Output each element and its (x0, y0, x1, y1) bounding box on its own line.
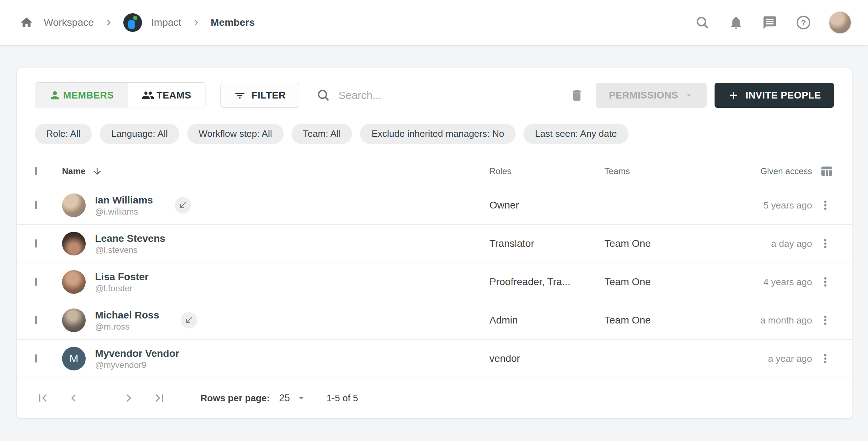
project-avatar[interactable] (123, 13, 142, 32)
member-name: Ian Williams (95, 194, 153, 206)
avatar (62, 308, 86, 332)
invite-people-label: INVITE PEOPLE (745, 90, 821, 101)
member-username: @myvendor9 (95, 360, 179, 370)
column-header-name[interactable]: Name (62, 166, 489, 177)
column-header-roles[interactable]: Roles (489, 166, 604, 176)
chevron-right-icon (103, 17, 114, 28)
last-page-icon[interactable] (152, 390, 167, 406)
svg-text:?: ? (801, 18, 806, 27)
search-input[interactable] (338, 89, 554, 101)
people-icon (142, 89, 155, 102)
trash-icon[interactable] (567, 86, 587, 105)
chip-exclude-inherited[interactable]: Exclude inherited managers: No (360, 124, 516, 144)
row-checkbox[interactable] (35, 316, 37, 324)
row-menu-kebab-icon[interactable] (817, 312, 834, 329)
breadcrumb-workspace[interactable]: Workspace (44, 17, 94, 28)
member-username: @l.stevens (95, 245, 165, 255)
top-bar: Workspace Impact Members ? (0, 0, 868, 45)
help-icon[interactable]: ? (796, 15, 811, 30)
chevron-left-icon[interactable] (66, 390, 81, 406)
pagination-bar: Rows per page: 25 1-5 of 5 (17, 378, 852, 418)
row-menu-kebab-icon[interactable] (817, 235, 834, 252)
member-teams: Team One (604, 238, 702, 249)
chat-icon[interactable] (762, 15, 778, 30)
avatar (62, 270, 86, 294)
row-menu-kebab-icon[interactable] (817, 350, 834, 367)
member-name: Myvendor Vendor (95, 347, 179, 360)
member-name: Leane Stevens (95, 232, 165, 245)
search-icon (316, 88, 331, 102)
toolbar: MEMBERS TEAMS FILTER PERMI (17, 68, 852, 108)
row-checkbox[interactable] (35, 354, 37, 363)
avatar (62, 232, 86, 255)
tab-teams-label: TEAMS (157, 90, 191, 101)
column-header-given-access[interactable]: Given access (702, 166, 812, 176)
search-icon[interactable] (694, 15, 710, 30)
tab-members-label: MEMBERS (63, 90, 114, 101)
table-row[interactable]: Michael Ross @m.ross Admin Team One a mo… (17, 301, 852, 340)
bell-icon[interactable] (728, 15, 744, 30)
member-roles: Translator (489, 238, 604, 249)
avatar (62, 193, 86, 217)
table-row[interactable]: M Myvendor Vendor @myvendor9 vendor a ye… (17, 340, 852, 378)
person-icon (49, 89, 61, 101)
row-checkbox[interactable] (35, 201, 37, 209)
table-row[interactable]: Ian Williams @i.williams Owner 5 years a… (17, 186, 852, 225)
chip-team[interactable]: Team: All (291, 124, 352, 144)
login-as-arrow-icon[interactable] (175, 197, 191, 214)
member-given-access: a month ago (702, 315, 812, 326)
row-menu-kebab-icon[interactable] (817, 197, 834, 214)
chip-language[interactable]: Language: All (100, 124, 179, 144)
member-roles: Admin (489, 315, 604, 326)
invite-people-button[interactable]: INVITE PEOPLE (715, 83, 834, 108)
permissions-button[interactable]: PERMISSIONS (596, 83, 707, 108)
first-page-icon[interactable] (35, 390, 51, 406)
member-username: @i.williams (95, 206, 153, 217)
filter-icon (234, 89, 246, 101)
member-given-access: 5 years ago (702, 200, 812, 211)
member-roles: Owner (489, 200, 604, 211)
chevron-right-icon[interactable] (121, 390, 137, 406)
member-given-access: a day ago (702, 238, 812, 249)
table-row[interactable]: Lisa Foster @l.forster Proofreader, Tra.… (17, 263, 852, 301)
view-tabs: MEMBERS TEAMS (35, 82, 205, 108)
table-columns-icon[interactable] (820, 164, 834, 178)
breadcrumb: Workspace Impact Members (19, 13, 255, 32)
row-checkbox[interactable] (35, 278, 37, 286)
breadcrumb-members: Members (211, 17, 255, 28)
column-header-teams[interactable]: Teams (604, 166, 702, 176)
member-given-access: 4 years ago (702, 277, 812, 288)
member-username: @m.ross (95, 321, 159, 332)
member-roles: vendor (489, 353, 604, 364)
plus-icon (727, 89, 740, 101)
row-checkbox[interactable] (35, 239, 37, 248)
chip-role[interactable]: Role: All (35, 124, 92, 144)
chip-last-seen[interactable]: Last seen: Any date (523, 124, 628, 144)
filter-chips: Role: All Language: All Workflow step: A… (17, 124, 852, 144)
tab-members[interactable]: MEMBERS (35, 83, 128, 108)
members-card: MEMBERS TEAMS FILTER PERMI (17, 68, 852, 418)
rows-per-page-select[interactable]: 25 (279, 393, 306, 404)
select-all-checkbox[interactable] (35, 167, 37, 175)
row-menu-kebab-icon[interactable] (817, 273, 834, 291)
caret-down-icon (297, 393, 306, 403)
login-as-arrow-icon[interactable] (181, 312, 197, 329)
chip-workflow-step[interactable]: Workflow step: All (187, 124, 284, 144)
breadcrumb-project[interactable]: Impact (151, 17, 181, 28)
home-icon[interactable] (19, 15, 34, 30)
arrow-down-icon[interactable] (92, 166, 103, 177)
caret-down-icon (684, 90, 694, 100)
member-roles: Proofreader, Tra... (489, 276, 604, 288)
member-given-access: a year ago (702, 353, 812, 364)
member-name: Michael Ross (95, 309, 159, 321)
filter-button-label: FILTER (252, 90, 286, 101)
pagination-range: 1-5 of 5 (327, 393, 358, 404)
filter-button[interactable]: FILTER (220, 83, 299, 108)
user-avatar[interactable] (829, 12, 851, 33)
table-row[interactable]: Leane Stevens @l.stevens Translator Team… (17, 225, 852, 263)
permissions-button-label: PERMISSIONS (609, 90, 678, 101)
avatar: M (62, 347, 86, 370)
member-teams: Team One (604, 276, 702, 288)
tab-teams[interactable]: TEAMS (128, 83, 205, 108)
member-name: Lisa Foster (95, 270, 148, 283)
